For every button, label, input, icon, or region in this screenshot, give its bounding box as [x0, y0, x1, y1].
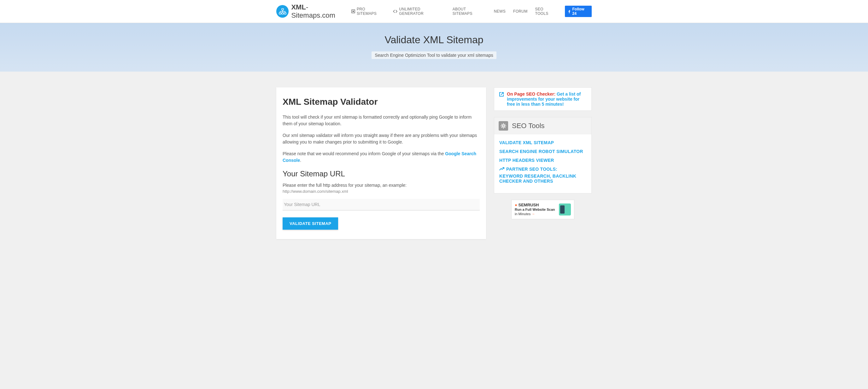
nav-unlimited-generator[interactable]: UNLIMITED GENERATOR	[393, 7, 445, 16]
facebook-icon	[567, 9, 571, 13]
main-card: XML Sitemap Validator This tool will che…	[276, 87, 486, 239]
svg-rect-0	[282, 8, 284, 10]
facebook-follow-button[interactable]: Follow 24	[565, 6, 592, 17]
nav-forum[interactable]: FORUM	[513, 9, 528, 13]
input-label: Please enter the full http address for y…	[283, 183, 480, 188]
hero-title: Validate XML Sitemap	[0, 34, 868, 46]
seo-tools-list: VALIDATE XML SITEMAP SEARCH ENGINE ROBOT…	[494, 134, 591, 193]
promo-card[interactable]: On Page SEO Checker: Get a list of impro…	[494, 87, 592, 111]
svg-rect-5	[352, 11, 354, 12]
logo-icon	[276, 5, 288, 18]
square-icon	[351, 9, 355, 13]
semrush-logo: ● SEMRUSH	[515, 203, 556, 207]
svg-rect-2	[282, 12, 284, 14]
nav-label: SEO TOOLS	[535, 7, 557, 16]
semrush-text: Run a Full Website Scan in Minutes →	[515, 207, 556, 216]
tool-link-validate-sitemap[interactable]: VALIDATE XML SITEMAP	[499, 140, 586, 145]
validate-sitemap-button[interactable]: VALIDATE SITEMAP	[283, 217, 338, 230]
logo-text: XML-Sitemaps.com	[291, 3, 351, 20]
semrush-graphic-icon	[559, 204, 571, 215]
semrush-ad[interactable]: ● SEMRUSH Run a Full Website Scan in Min…	[511, 200, 575, 219]
para3-suffix: .	[300, 158, 301, 163]
svg-rect-1	[279, 12, 281, 14]
gear-icon	[499, 121, 508, 130]
hero-banner: Validate XML Sitemap Search Engine Optim…	[0, 23, 868, 71]
sitemap-url-heading: Your Sitemap URL	[283, 170, 480, 178]
main-title: XML Sitemap Validator	[283, 97, 480, 107]
intro-para-1: This tool will check if your xml sitemap…	[283, 114, 480, 127]
fb-follow-label: Follow 24	[572, 7, 589, 16]
seo-tools-title: SEO Tools	[512, 122, 545, 130]
partner-label: PARTNER SEO TOOLS:	[506, 167, 557, 172]
sidebar: On Page SEO Checker: Get a list of impro…	[494, 87, 592, 219]
nav-news[interactable]: NEWS	[494, 9, 505, 13]
hero-subtitle: Search Engine Optimizion Tool to validat…	[372, 52, 496, 59]
tool-link-partner-tools[interactable]: PARTNER SEO TOOLS:	[499, 167, 586, 172]
trending-up-icon	[499, 167, 504, 172]
nav-label: PRO SITEMAPS	[357, 7, 385, 16]
nav-label: UNLIMITED GENERATOR	[399, 7, 445, 16]
svg-rect-3	[284, 12, 286, 14]
external-link-icon	[499, 91, 504, 107]
promo-red: On Page SEO Checker:	[507, 91, 555, 96]
site-header: XML-Sitemaps.com PRO SITEMAPS UNLIMITED …	[0, 0, 868, 23]
svg-point-6	[502, 125, 504, 127]
nav-about-sitemaps[interactable]: ABOUT SITEMAPS	[453, 7, 486, 16]
intro-para-2: Our xml sitemap validator will inform yo…	[283, 132, 480, 145]
seo-tools-header: SEO Tools	[494, 117, 591, 134]
promo-text: On Page SEO Checker: Get a list of impro…	[507, 91, 587, 107]
tool-link-partner-sub[interactable]: KEYWORD RESEARCH, BACKLINK CHECKER AND O…	[499, 174, 586, 184]
nav-label: FORUM	[513, 9, 528, 13]
logo-link[interactable]: XML-Sitemaps.com	[276, 3, 351, 20]
content-container: XML Sitemap Validator This tool will che…	[276, 71, 592, 252]
sitemap-url-input[interactable]	[283, 199, 480, 210]
seo-tools-card: SEO Tools VALIDATE XML SITEMAP SEARCH EN…	[494, 117, 592, 193]
para3-prefix: Please note that we would recommend you …	[283, 151, 445, 156]
nav-seo-tools[interactable]: SEO TOOLS	[535, 7, 557, 16]
tool-link-http-headers[interactable]: HTTP HEADERS VIEWER	[499, 158, 586, 163]
nav-label: NEWS	[494, 9, 505, 13]
tool-link-robot-simulator[interactable]: SEARCH ENGINE ROBOT SIMULATOR	[499, 149, 586, 154]
intro-para-3: Please note that we would recommend you …	[283, 150, 480, 164]
input-example: http://www.domain.com/sitemap.xml	[283, 189, 480, 194]
nav-label: ABOUT SITEMAPS	[453, 7, 486, 16]
main-nav: PRO SITEMAPS UNLIMITED GENERATOR ABOUT S…	[351, 6, 592, 17]
code-icon	[393, 10, 397, 13]
nav-pro-sitemaps[interactable]: PRO SITEMAPS	[351, 7, 385, 16]
